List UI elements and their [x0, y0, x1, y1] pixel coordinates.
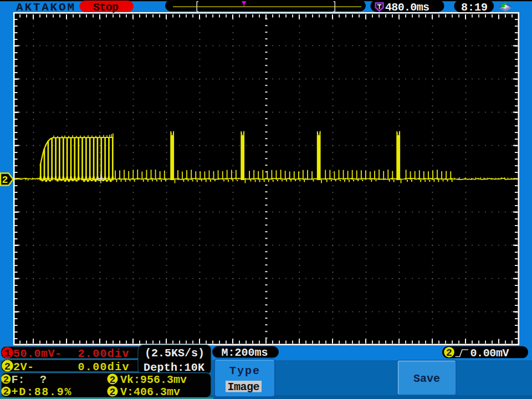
svg-text:AKTAKOM: AKTAKOM	[16, 1, 74, 14]
svg-text:1: 1	[4, 347, 11, 360]
svg-text:2: 2	[4, 361, 11, 373]
svg-text:8:19: 8:19	[461, 1, 488, 14]
svg-text:Stop: Stop	[93, 1, 119, 14]
svg-text:Save: Save	[413, 372, 440, 385]
svg-text:0.00mV: 0.00mV	[470, 347, 509, 360]
svg-text:50.0mV-: 50.0mV-	[13, 347, 62, 360]
svg-text:F:: F:	[12, 374, 25, 386]
svg-text:2: 2	[446, 347, 452, 359]
svg-text:Depth:10K: Depth:10K	[144, 361, 204, 374]
svg-text:480.0ms: 480.0ms	[385, 1, 429, 14]
svg-text:?: ?	[40, 374, 47, 386]
svg-text:2V-: 2V-	[13, 361, 34, 374]
svg-text:Image: Image	[228, 381, 260, 393]
svg-text:2: 2	[2, 175, 8, 186]
svg-text:V:406.3mv: V:406.3mv	[120, 386, 180, 398]
svg-text:+D:88.9%: +D:88.9%	[12, 386, 72, 398]
svg-text:0.00div: 0.00div	[78, 361, 129, 374]
svg-text:2.00div: 2.00div	[78, 347, 129, 360]
svg-text:Vk:956.3mv: Vk:956.3mv	[120, 374, 187, 386]
svg-text:2: 2	[3, 375, 9, 385]
svg-text:M:200ms: M:200ms	[222, 346, 268, 359]
svg-text:2: 2	[110, 375, 116, 386]
svg-text:(2.5KS/s): (2.5KS/s)	[145, 347, 204, 360]
svg-text:2: 2	[3, 387, 9, 397]
svg-text:Type: Type	[229, 365, 259, 377]
svg-text:2: 2	[110, 387, 116, 398]
